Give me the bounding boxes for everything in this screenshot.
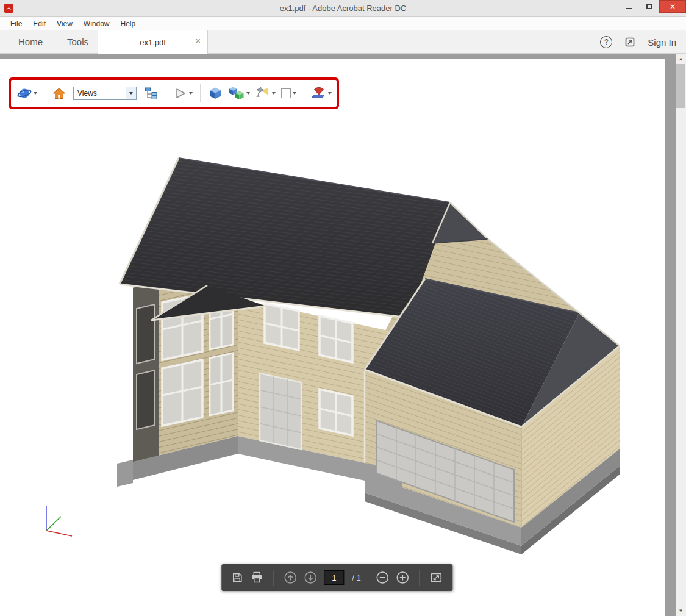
printer-icon xyxy=(250,571,263,584)
sign-in-button[interactable]: Sign In xyxy=(648,37,676,48)
page-down-icon xyxy=(304,571,317,584)
pdf-app-icon xyxy=(4,4,13,13)
dropdown-caret-icon xyxy=(246,92,250,95)
tools-button[interactable]: Tools xyxy=(55,37,101,47)
titlebar: ex1.pdf - Adobe Acrobat Reader DC ✕ xyxy=(0,0,686,17)
views-dropdown-arrow[interactable] xyxy=(126,87,136,99)
render-mode-cubes-icon xyxy=(228,86,245,101)
views-value: Views xyxy=(74,89,126,98)
lighting-button[interactable] xyxy=(254,85,277,102)
rotate-tool-button[interactable] xyxy=(15,85,39,102)
save-icon xyxy=(231,571,243,584)
3d-toolbar: Views xyxy=(11,80,338,107)
home-icon xyxy=(52,87,66,100)
axis-triad xyxy=(46,506,72,536)
3d-model-house[interactable] xyxy=(0,54,665,616)
minimize-button[interactable] xyxy=(619,0,639,13)
print-button[interactable] xyxy=(250,571,263,584)
zoom-in-icon xyxy=(396,571,410,584)
zoom-out-button[interactable] xyxy=(376,571,390,584)
maximize-icon xyxy=(646,4,652,9)
model-tree-button[interactable] xyxy=(142,85,160,102)
menu-item-file[interactable]: File xyxy=(5,20,27,28)
scrollbar[interactable]: ▲ ▼ xyxy=(676,54,686,616)
notifications-icon[interactable] xyxy=(624,37,635,48)
dropdown-caret-icon xyxy=(293,92,296,95)
model-tree-icon xyxy=(144,86,159,101)
tabbar-right: ? Sign In xyxy=(600,30,676,54)
projection-button[interactable] xyxy=(206,85,224,102)
document-tab[interactable]: ex1.pdf × xyxy=(98,30,208,54)
play-icon xyxy=(174,87,187,100)
orbit-icon xyxy=(17,86,32,101)
menu-item-edit[interactable]: Edit xyxy=(27,20,51,28)
toolbar-separator xyxy=(420,570,420,586)
close-button[interactable]: ✕ xyxy=(659,0,686,13)
menu-item-help[interactable]: Help xyxy=(115,20,141,28)
page-count-label: / 1 xyxy=(352,573,360,582)
tab-close-icon[interactable]: × xyxy=(196,37,201,45)
page-toolbar: 1 / 1 xyxy=(221,564,452,591)
toolbar-separator xyxy=(273,570,274,586)
toolbar-separator xyxy=(200,84,201,102)
help-icon[interactable]: ? xyxy=(600,36,612,48)
toolbar-separator xyxy=(166,84,166,102)
default-view-button[interactable] xyxy=(51,85,68,101)
cross-section-button[interactable] xyxy=(310,85,334,102)
views-dropdown[interactable]: Views xyxy=(73,87,137,100)
acrobat-window: ex1.pdf - Adobe Acrobat Reader DC ✕ File… xyxy=(0,0,686,54)
dropdown-caret-icon xyxy=(272,92,276,95)
menu-item-window[interactable]: Window xyxy=(78,20,115,28)
toolbar-separator xyxy=(45,84,45,102)
maximize-button[interactable] xyxy=(639,0,659,13)
play-animation-button[interactable] xyxy=(172,85,195,101)
zoom-in-button[interactable] xyxy=(396,571,410,584)
lighting-icon xyxy=(255,86,270,101)
save-button[interactable] xyxy=(231,571,243,584)
toolbar-separator xyxy=(304,84,304,102)
zoom-out-icon xyxy=(376,571,390,584)
fullscreen-button[interactable] xyxy=(430,571,443,584)
document-viewer: Views xyxy=(0,54,686,616)
previous-page-button[interactable] xyxy=(284,571,297,584)
menubar: File Edit View Window Help xyxy=(0,17,686,30)
window-title: ex1.pdf - Adobe Acrobat Reader DC xyxy=(0,4,686,13)
scrollbar-thumb[interactable] xyxy=(676,64,685,108)
window-controls: ✕ xyxy=(619,0,686,13)
background-color-swatch-icon xyxy=(281,88,291,98)
tabbar: Home Tools ex1.pdf × ? Sign In xyxy=(0,30,686,54)
cube-icon xyxy=(208,86,223,101)
background-color-button[interactable] xyxy=(279,87,298,99)
fullscreen-icon xyxy=(430,571,443,584)
scroll-down-icon[interactable]: ▼ xyxy=(676,606,686,616)
home-button[interactable]: Home xyxy=(6,37,55,47)
render-mode-button[interactable] xyxy=(226,85,252,102)
dropdown-caret-icon xyxy=(34,92,37,95)
dropdown-caret-icon xyxy=(189,92,193,95)
scroll-up-icon[interactable]: ▲ xyxy=(676,54,686,64)
page-number-input[interactable]: 1 xyxy=(324,570,344,585)
menu-item-view[interactable]: View xyxy=(51,20,78,28)
highlight-box: Views xyxy=(9,77,339,109)
next-page-button[interactable] xyxy=(304,571,317,584)
page-up-icon xyxy=(284,571,297,584)
minimize-icon xyxy=(626,8,632,9)
document-tab-label: ex1.pdf xyxy=(140,38,166,47)
cross-section-icon xyxy=(312,86,326,101)
dropdown-caret-icon xyxy=(328,92,332,95)
